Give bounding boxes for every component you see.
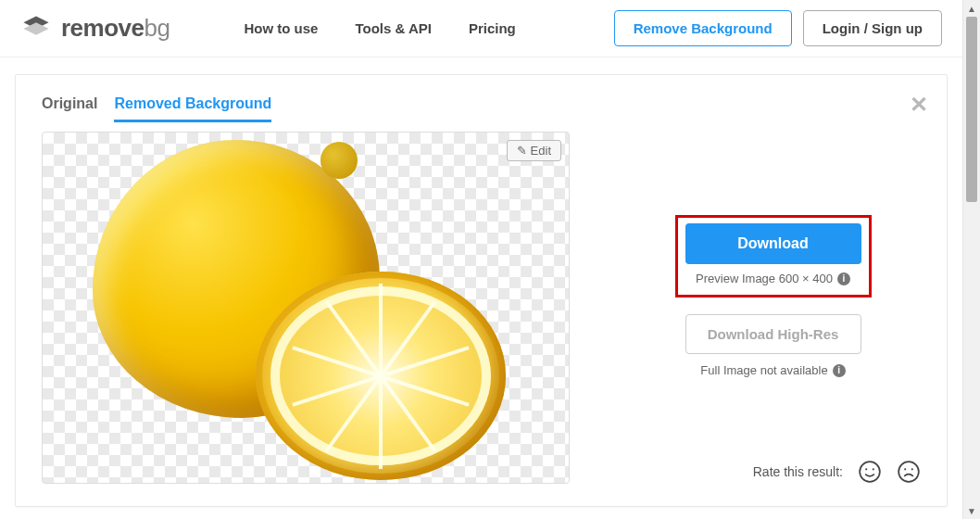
remove-background-button[interactable]: Remove Background <box>614 10 792 46</box>
info-icon[interactable]: i <box>833 364 846 377</box>
smile-icon[interactable] <box>858 460 882 484</box>
lemon-tip <box>320 142 358 179</box>
edit-label: Edit <box>531 144 551 158</box>
info-icon[interactable]: i <box>837 272 850 285</box>
scrollbar-thumb[interactable] <box>966 17 977 202</box>
logo-text-strong: remove <box>61 14 144 43</box>
svg-point-4 <box>873 468 874 470</box>
navbar: removebg How to use Tools & API Pricing … <box>0 0 962 57</box>
scroll-up-icon[interactable]: ▲ <box>963 0 980 17</box>
browser-scrollbar[interactable]: ▲ ▼ <box>963 0 980 519</box>
nav-pricing[interactable]: Pricing <box>469 20 516 36</box>
login-signup-button[interactable]: Login / Sign up <box>803 10 942 46</box>
svg-point-5 <box>898 462 919 482</box>
logo-icon <box>20 13 52 44</box>
download-button[interactable]: Download <box>685 223 861 264</box>
pencil-icon: ✎ <box>517 144 527 158</box>
tabs: Original Removed Background <box>42 95 921 122</box>
lemon-cut-half <box>256 272 506 480</box>
svg-point-6 <box>904 468 906 470</box>
svg-point-2 <box>860 462 880 482</box>
nav-tools-api[interactable]: Tools & API <box>355 20 432 36</box>
preview-dimensions: Preview Image 600 × 400 i <box>696 272 850 285</box>
scroll-down-icon[interactable]: ▼ <box>963 502 980 519</box>
logo[interactable]: removebg <box>20 13 170 44</box>
tab-removed-background[interactable]: Removed Background <box>114 95 271 122</box>
download-hires-button[interactable]: Download High-Res <box>685 314 861 354</box>
download-panel: Download Preview Image 600 × 400 i Downl… <box>625 132 921 484</box>
download-highlight: Download Preview Image 600 × 400 i <box>675 215 872 297</box>
tab-original[interactable]: Original <box>42 95 97 122</box>
result-image-panel: ✎ Edit <box>42 132 570 484</box>
rate-label: Rate this result: <box>753 464 843 479</box>
close-icon[interactable]: ✕ <box>910 92 928 118</box>
nav-center: How to use Tools & API Pricing <box>244 20 515 36</box>
frown-icon[interactable] <box>897 460 921 484</box>
logo-text-light: bg <box>144 14 170 43</box>
edit-button[interactable]: ✎ Edit <box>507 140 561 161</box>
full-image-na: Full Image not available i <box>700 363 845 377</box>
result-card: ✕ Original Removed Background <box>15 74 948 507</box>
nav-how-to-use[interactable]: How to use <box>244 20 318 36</box>
svg-point-7 <box>911 468 913 470</box>
svg-point-3 <box>865 468 867 470</box>
nav-right: Remove Background Login / Sign up <box>614 10 942 46</box>
rate-row: Rate this result: <box>753 460 921 484</box>
